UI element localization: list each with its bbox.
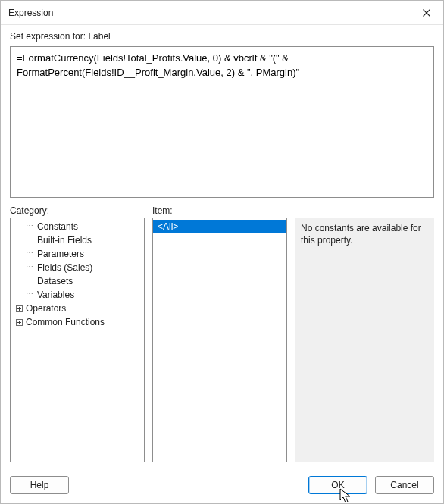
item-label: Item:: [152, 205, 287, 216]
titlebar: Expression: [1, 1, 443, 25]
category-item-label: Common Functions: [26, 316, 105, 328]
category-tree-item[interactable]: ⋯Variables: [11, 288, 144, 302]
category-item-label: Built-in Fields: [37, 234, 92, 246]
dialog-footer: Help OK Cancel: [1, 470, 443, 503]
tree-connector-icon: ⋯: [26, 262, 34, 271]
category-item-label: Operators: [26, 302, 66, 315]
category-item-label: Fields (Sales): [37, 261, 92, 274]
category-tree-item[interactable]: ⋯Datasets: [11, 274, 144, 288]
category-tree[interactable]: ⋯Constants⋯Built-in Fields⋯Parameters⋯Fi…: [10, 218, 145, 462]
window-title: Expression: [8, 8, 409, 18]
dialog-content: Set expression for: Label Category: ⋯Con…: [1, 25, 443, 470]
category-tree-item[interactable]: ⋯Constants: [11, 220, 144, 233]
item-list-item[interactable]: <All>: [153, 220, 286, 233]
category-tree-item[interactable]: ⋯Fields (Sales): [11, 261, 144, 274]
picker-area: Category: ⋯Constants⋯Built-in Fields⋯Par…: [10, 205, 434, 462]
cancel-button[interactable]: Cancel: [375, 476, 434, 494]
category-column: Category: ⋯Constants⋯Built-in Fields⋯Par…: [10, 205, 145, 462]
tree-connector-icon: ⋯: [26, 221, 34, 230]
description-column: No constants are available for this prop…: [295, 205, 434, 462]
tree-connector-icon: ⋯: [26, 290, 34, 299]
category-tree-item[interactable]: Common Functions: [11, 315, 144, 329]
category-label: Category:: [10, 205, 145, 216]
tree-connector-icon: ⋯: [26, 235, 34, 244]
close-button[interactable]: [409, 1, 443, 25]
category-item-label: Datasets: [37, 275, 73, 287]
expand-icon[interactable]: [15, 305, 23, 313]
item-column: Item: <All>: [152, 205, 287, 462]
tree-connector-icon: ⋯: [26, 249, 34, 258]
category-tree-item[interactable]: Operators: [11, 302, 144, 315]
category-tree-item[interactable]: ⋯Built-in Fields: [11, 233, 144, 247]
item-list[interactable]: <All>: [152, 218, 287, 462]
set-expression-for-label: Set expression for: Label: [10, 31, 434, 42]
expression-dialog: Expression Set expression for: Label Cat…: [0, 0, 444, 504]
description-text: No constants are available for this prop…: [301, 223, 421, 246]
category-tree-item[interactable]: ⋯Parameters: [11, 247, 144, 261]
tree-connector-icon: ⋯: [26, 276, 34, 285]
category-item-label: Constants: [37, 221, 78, 233]
expand-icon[interactable]: [15, 318, 23, 327]
help-button[interactable]: Help: [10, 476, 69, 494]
description-box: No constants are available for this prop…: [295, 218, 434, 462]
close-icon: [423, 9, 430, 17]
category-item-label: Variables: [37, 289, 74, 301]
ok-button[interactable]: OK: [308, 476, 367, 494]
expression-input[interactable]: [10, 46, 434, 198]
category-item-label: Parameters: [37, 248, 84, 260]
